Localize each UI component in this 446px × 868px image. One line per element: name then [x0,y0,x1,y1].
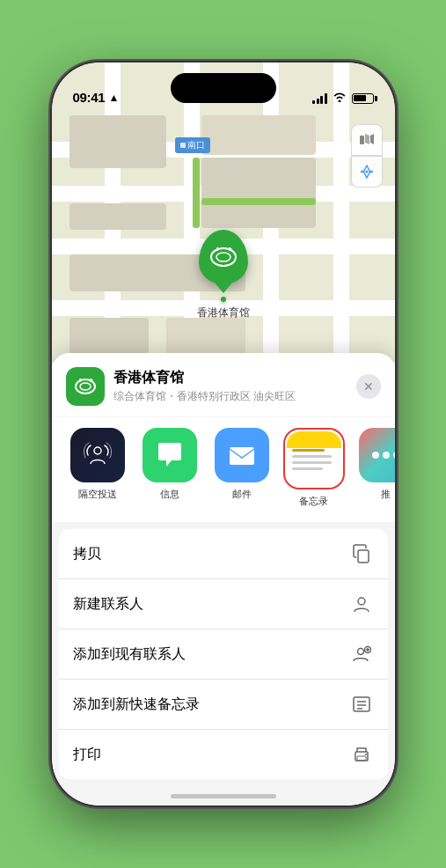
svg-point-30 [365,754,367,755]
share-item-notes[interactable]: 备忘录 [282,428,346,508]
status-icons [312,92,374,105]
print-icon [349,742,374,767]
action-new-contact[interactable]: 新建联系人 [59,579,388,629]
location-icon-wrap [66,367,105,406]
svg-rect-18 [358,550,369,563]
svg-rect-0 [360,136,364,144]
add-contact-icon [349,642,374,666]
location-button[interactable] [351,156,383,188]
svg-marker-1 [365,134,369,144]
add-contact-label: 添加到现有联系人 [73,645,186,664]
svg-point-3 [365,171,368,173]
location-arrow-icon: ▲ [108,92,119,104]
new-contact-icon [349,592,374,616]
svg-rect-17 [230,447,254,465]
bottom-sheet: 香港体育馆 综合体育馆・香港特别行政区 油尖旺区 ✕ [52,353,395,805]
map-type-button[interactable] [351,124,383,156]
location-info: 香港体育馆 综合体育馆・香港特别行政区 油尖旺区 [113,369,347,404]
wifi-icon [333,92,347,105]
more-label: 推 [381,488,391,501]
map-south-entrance-label: 南口 [175,137,210,153]
action-print[interactable]: 打印 [59,730,388,779]
copy-label: 拷贝 [73,545,101,563]
location-subtitle: 综合体育馆・香港特别行政区 油尖旺区 [113,389,347,404]
quick-note-icon [349,692,374,717]
airdrop-label: 隔空投送 [78,488,117,501]
airdrop-icon [70,428,125,482]
signal-bars-icon [312,93,327,104]
map-control-buttons[interactable] [351,124,383,188]
dynamic-island [171,73,276,103]
svg-point-19 [358,598,365,605]
svg-point-4 [211,248,236,266]
bottom-space [52,779,395,805]
mail-icon [215,428,269,482]
share-item-mail[interactable]: 邮件 [210,428,274,501]
copy-icon [349,541,374,566]
notes-highlight-border [283,428,345,489]
svg-point-10 [76,379,95,394]
messages-icon [143,428,197,482]
svg-point-16 [94,447,101,454]
share-item-more[interactable]: 推 [355,428,395,501]
svg-point-5 [216,253,230,261]
more-icon [359,428,395,482]
new-contact-label: 新建联系人 [73,595,143,614]
battery-icon [352,93,374,104]
quick-note-label: 添加到新快速备忘录 [73,695,200,714]
mail-label: 邮件 [232,488,252,501]
status-time: 09:41 [73,90,106,105]
share-row: 隔空投送 信息 [52,417,395,522]
print-label: 打印 [73,746,101,764]
location-name: 香港体育馆 [113,369,347,387]
svg-point-11 [80,383,91,390]
marker-label: 香港体育馆 [197,305,250,320]
marker-dot [221,297,226,302]
action-list: 拷贝 新建联系人 [59,529,388,779]
location-header: 香港体育馆 综合体育馆・香港特别行政区 油尖旺区 ✕ [52,353,395,416]
svg-point-20 [357,649,363,655]
phone-screen: 09:41 ▲ [52,63,395,805]
marker-pin [199,230,248,284]
home-indicator [171,794,276,798]
close-button[interactable]: ✕ [356,374,381,399]
svg-marker-2 [370,134,374,144]
action-copy[interactable]: 拷贝 [59,529,388,579]
notes-label: 备忘录 [299,495,328,508]
action-quick-note[interactable]: 添加到新快速备忘录 [59,680,388,730]
stadium-marker: 香港体育馆 [197,230,250,320]
action-add-contact[interactable]: 添加到现有联系人 [59,629,388,680]
share-item-messages[interactable]: 信息 [138,428,201,501]
messages-label: 信息 [160,488,179,501]
notes-icon [287,431,341,486]
share-item-airdrop[interactable]: 隔空投送 [66,428,129,501]
phone-frame: 09:41 ▲ [52,63,395,805]
